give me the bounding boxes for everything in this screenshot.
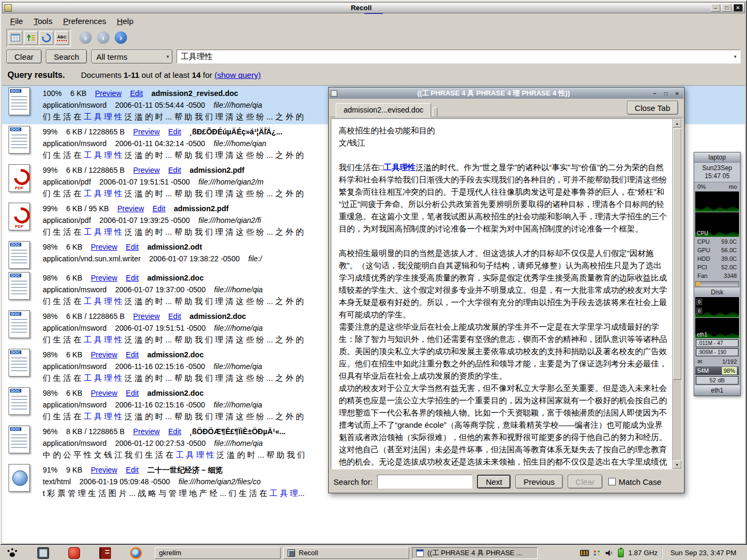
minimize-button[interactable]: – — [711, 4, 720, 12]
menu-preferences[interactable]: Preferences — [58, 15, 111, 27]
preview-next-button[interactable]: Next — [477, 475, 511, 489]
preview-tab[interactable]: admission2...evised.doc — [336, 103, 431, 117]
preview-minimize-button[interactable]: – — [650, 90, 659, 98]
edit-link[interactable]: Edit — [168, 127, 181, 136]
preview-link[interactable]: Preview — [133, 312, 160, 321]
results-table-button[interactable] — [9, 31, 22, 45]
edit-link[interactable]: Edit — [153, 204, 165, 213]
preview-titlebar[interactable]: ((工 PHRASE 4 具 PHRASE 4 理 PHRASE 4 性)) –… — [329, 88, 684, 99]
result-relevance: 98% — [43, 312, 58, 321]
scroll-down-icon[interactable]: ▼ — [673, 460, 681, 469]
search-input[interactable] — [177, 50, 741, 63]
doc-file-icon — [9, 241, 30, 269]
system-tray: 1.87 GHz — [580, 549, 662, 557]
menu-tools[interactable]: Tools — [29, 15, 57, 27]
edit-link[interactable]: Edit — [126, 274, 139, 282]
highlighted-term: 工 具 理 性 — [84, 227, 123, 236]
scroll-up-icon[interactable]: ▲ — [673, 119, 681, 127]
preview-link[interactable]: Preview — [91, 466, 117, 474]
match-case-label: Match Case — [618, 477, 661, 486]
menu-help[interactable]: Help — [112, 15, 138, 27]
window-titlebar[interactable]: Recoll – □ ✕ — [2, 2, 745, 13]
edit-link[interactable]: Edit — [126, 466, 139, 474]
preview-link[interactable]: Preview — [133, 127, 160, 136]
close-tab-button[interactable]: Close Tab — [627, 101, 678, 115]
keyboard-indicator-icon[interactable] — [580, 550, 589, 556]
sort-button[interactable] — [24, 31, 38, 45]
edit-link[interactable]: Edit — [126, 350, 139, 359]
result-mimetype: application/msword — [43, 439, 107, 447]
help-book-icon[interactable] — [99, 547, 111, 559]
preview-tab-stub — [433, 107, 438, 117]
search-button[interactable]: Search — [46, 50, 88, 63]
preview-window-menu-icon[interactable] — [331, 90, 337, 97]
result-filename: admission2.doc — [189, 312, 246, 321]
preview-link[interactable]: Preview — [133, 166, 160, 174]
window-menu-icon[interactable] — [4, 4, 12, 12]
preview-link[interactable]: Preview — [91, 274, 117, 282]
show-query-link[interactable]: (show query) — [214, 70, 261, 79]
result-mimetype: application/pdf — [43, 216, 91, 225]
previous-page-button[interactable]: ‹ — [97, 31, 109, 44]
results-title: Query results. — [7, 70, 65, 79]
preview-window: ((工 PHRASE 4 具 PHRASE 4 理 PHRASE 4 性)) –… — [328, 87, 685, 493]
firefox-icon[interactable] — [130, 547, 142, 559]
preview-paragraph: 高校招生的社会功能和目的 — [339, 124, 667, 137]
taskbar-task-button[interactable]: gkrellm — [155, 547, 281, 559]
result-relevance: 99% — [43, 166, 58, 174]
result-relevance: 98% — [43, 389, 58, 397]
result-relevance: 99% — [43, 127, 58, 136]
preview-search-input[interactable] — [377, 475, 472, 489]
term-explorer-button[interactable]: ÂBC — [55, 31, 69, 45]
maximize-button[interactable]: □ — [722, 4, 732, 12]
gkrellm-cpu-chart: CPU — [695, 212, 739, 237]
edit-link[interactable]: Edit — [126, 389, 139, 397]
chevron-down-icon: ▼ — [165, 54, 170, 59]
preview-link[interactable]: Preview — [133, 427, 160, 436]
result-relevance: 98% — [43, 350, 58, 359]
close-button[interactable]: ✕ — [733, 4, 743, 12]
clear-button[interactable]: Clear — [6, 50, 42, 63]
result-size: 6 KB / 1228865 B — [66, 312, 125, 321]
history-dropdown-icon[interactable]: ▼ — [733, 54, 737, 59]
preview-link[interactable]: Preview — [91, 243, 117, 251]
tray-status-icon[interactable] — [593, 550, 601, 556]
edit-link[interactable]: Edit — [168, 166, 181, 174]
edit-link[interactable]: Edit — [126, 243, 139, 251]
volume-icon[interactable] — [605, 549, 614, 557]
preview-link[interactable]: Preview — [117, 204, 144, 213]
taskbar-task-button[interactable]: ((工 PHRASE 4 具 PHRASE ... — [412, 547, 538, 559]
gkrellm-memory-row: 54M 98% — [695, 366, 739, 375]
battery-icon[interactable] — [618, 549, 624, 557]
result-filename: admission2.pdf — [174, 204, 229, 213]
result-size: 6 KB / 1228865 B — [66, 166, 125, 174]
first-page-button[interactable]: ‹ — [80, 31, 92, 44]
result-date: 2006-01-07 19:38:22 -0500 — [149, 254, 240, 263]
preview-search-bar: Search for: Next Previous Clear Match Ca… — [329, 471, 684, 492]
preview-link[interactable]: Preview — [91, 389, 117, 397]
history-button[interactable] — [39, 31, 53, 45]
search-mode-select[interactable]: All terms ▼ — [91, 50, 172, 63]
preview-clear-button[interactable]: Clear — [568, 475, 603, 489]
preview-link[interactable]: Preview — [95, 89, 122, 98]
result-mimetype: application/msword — [43, 139, 107, 148]
match-case-checkbox[interactable] — [608, 478, 616, 485]
taskbar-clock: Sun Sep 23, 3:47 PM — [662, 547, 744, 559]
gnome-menu-icon[interactable] — [6, 547, 18, 559]
terminal-icon[interactable] — [37, 547, 49, 559]
preview-previous-button[interactable]: Previous — [515, 475, 562, 489]
edit-link[interactable]: Edit — [130, 89, 143, 98]
result-filename: admission2.odt — [147, 243, 202, 251]
scrollbar-thumb[interactable] — [673, 128, 681, 380]
preview-maximize-button[interactable]: □ — [661, 90, 671, 98]
preview-close-button[interactable]: ✕ — [672, 90, 682, 98]
menu-file[interactable]: File — [5, 15, 28, 27]
preview-scrollbar[interactable]: ▲ ▼ — [672, 119, 681, 469]
taskbar-task-button[interactable]: Recoll — [283, 547, 409, 559]
edit-link[interactable]: Edit — [168, 312, 181, 321]
red-app-icon[interactable] — [68, 547, 80, 559]
result-size: 6 KB — [66, 350, 82, 359]
next-page-button[interactable]: › — [115, 31, 127, 44]
edit-link[interactable]: Edit — [168, 427, 181, 436]
preview-link[interactable]: Preview — [91, 350, 117, 359]
